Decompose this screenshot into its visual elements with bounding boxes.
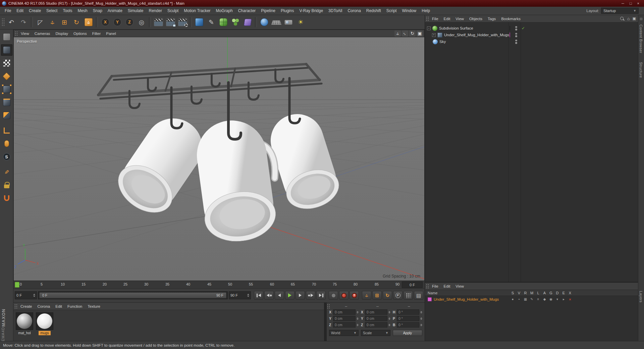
workplane-mode-button[interactable]: [1, 70, 12, 82]
add-primitive-button[interactable]: [194, 16, 205, 28]
points-mode-button[interactable]: [1, 84, 12, 95]
rotate-tool-button[interactable]: ↻: [71, 16, 82, 28]
enabled-check-icon[interactable]: ✓: [522, 26, 525, 31]
tab-structure[interactable]: Structure: [639, 62, 643, 78]
coord-system-select[interactable]: World▼: [329, 330, 359, 336]
rotate-view-button[interactable]: ↻: [409, 31, 416, 37]
minimize-button[interactable]: ─: [622, 1, 624, 5]
mograph-cloner-button[interactable]: [230, 16, 241, 28]
lm-menu-edit[interactable]: Edit: [441, 284, 453, 288]
layer-row[interactable]: Under_Shelf_Mug_Holder_with_Mugs ● ▪ ▦ ✎…: [425, 296, 638, 303]
lm-menu-view[interactable]: View: [453, 284, 467, 288]
layer-color-swatch[interactable]: [428, 297, 432, 301]
rot-h-field[interactable]: 0 °: [397, 309, 419, 315]
lock-y-axis-button[interactable]: Y: [112, 16, 123, 28]
frame-range-slider[interactable]: 0 F 90 F: [38, 291, 228, 299]
render-view-button[interactable]: [153, 16, 164, 28]
menu-motion-tracker[interactable]: Motion Tracker: [181, 7, 213, 15]
pin-icon[interactable]: [639, 17, 643, 21]
om-drag-handle[interactable]: [426, 16, 429, 21]
menu-tools[interactable]: Tools: [60, 7, 75, 15]
rot-b-field[interactable]: 0 °: [397, 322, 419, 328]
pos-x-field[interactable]: 0 cm: [333, 309, 356, 315]
render-settings-button[interactable]: [177, 16, 188, 28]
mat-menu-function[interactable]: Function: [65, 304, 85, 308]
menu-sculpt[interactable]: Sculpt: [165, 7, 181, 15]
object-label[interactable]: Under_Shelf_Mug_Holder_with_Mugs: [444, 33, 509, 37]
material-drag-handle[interactable]: [14, 304, 18, 309]
pos-z-field[interactable]: 0 cm: [333, 322, 356, 328]
menu-create[interactable]: Create: [26, 7, 44, 15]
menu-mograph[interactable]: MoGraph: [213, 7, 235, 15]
goto-end-button[interactable]: [316, 291, 326, 300]
spline-pen-button[interactable]: ✎: [206, 16, 217, 28]
edges-mode-button[interactable]: [1, 97, 12, 108]
environment-button[interactable]: [259, 16, 270, 28]
texture-mode-button[interactable]: [1, 57, 12, 69]
mat-menu-edit[interactable]: Edit: [53, 304, 65, 308]
menu-script[interactable]: Script: [384, 7, 399, 15]
om-menu-edit[interactable]: Edit: [441, 17, 453, 21]
record-keyframe-button[interactable]: [329, 291, 338, 300]
home-icon[interactable]: ⌂: [627, 16, 630, 21]
viewport-solo-button[interactable]: [1, 138, 12, 149]
viewport-camera-label[interactable]: Perspective: [17, 39, 37, 43]
material-item[interactable]: mat_hol: [15, 312, 34, 335]
stepper-arrows[interactable]: [33, 294, 35, 297]
tab-layers[interactable]: Layers: [639, 291, 643, 303]
layer-color-swatch[interactable]: [509, 33, 510, 37]
keyframe-selection-button[interactable]: ?: [350, 291, 359, 300]
coordinate-system-button[interactable]: ◎: [136, 16, 147, 28]
frame-display-field[interactable]: 0 F: [402, 282, 423, 288]
zoom-view-button[interactable]: ↔: [402, 31, 408, 37]
menu-character[interactable]: Character: [235, 7, 259, 15]
next-frame-button[interactable]: [296, 291, 305, 300]
material-thumbnail[interactable]: [16, 312, 33, 330]
deformer-button[interactable]: [242, 16, 253, 28]
autokey-button[interactable]: [339, 291, 348, 300]
previous-frame-button[interactable]: [275, 291, 284, 300]
menu-edit[interactable]: Edit: [14, 7, 26, 15]
material-name[interactable]: mat_hol: [16, 331, 32, 335]
vp-menu-filter[interactable]: Filter: [90, 32, 104, 36]
make-editable-button[interactable]: [1, 31, 12, 43]
menu-window[interactable]: Window: [399, 7, 419, 15]
menu-pipeline[interactable]: Pipeline: [258, 7, 278, 15]
key-scale-toggle[interactable]: ⊞: [372, 291, 382, 300]
redo-button[interactable]: ↷: [18, 16, 29, 28]
layer-name[interactable]: Under_Shelf_Mug_Holder_with_Mugs: [434, 297, 499, 301]
rotation-header[interactable]: --: [393, 304, 425, 308]
close-button[interactable]: ×: [637, 1, 639, 5]
om-menu-tags[interactable]: Tags: [485, 17, 498, 21]
material-name[interactable]: mugs: [39, 331, 51, 335]
undo-button[interactable]: ↶: [6, 16, 17, 28]
range-bar[interactable]: 0 F 90 F: [39, 292, 226, 298]
key-rotation-toggle[interactable]: ↻: [383, 291, 392, 300]
vp-menu-cameras[interactable]: Cameras: [32, 32, 53, 36]
tree-row-subdivision-surface[interactable]: − Subdivision Surface ✓: [425, 25, 638, 32]
size-header[interactable]: --: [362, 304, 393, 308]
timeline-playhead[interactable]: [15, 282, 19, 288]
active-tool-button[interactable]: ↔↕: [83, 16, 94, 28]
viewport-3d-scene[interactable]: Y X Z Grid Spacing : 10 cm: [14, 37, 424, 281]
size-z-field[interactable]: 0 cm: [365, 322, 387, 328]
mat-menu-corona[interactable]: Corona: [35, 304, 53, 308]
goto-start-button[interactable]: [254, 291, 263, 300]
mat-menu-texture[interactable]: Texture: [85, 304, 103, 308]
snap-magnet-button[interactable]: [1, 192, 12, 204]
size-y-field[interactable]: 0 cm: [365, 316, 387, 321]
layer-toggle-icons[interactable]: ● ▪ ▦ ✎ ≡ ◆ ◉ ▾ ▸ ×: [509, 298, 573, 301]
lock-workplane-button[interactable]: [1, 179, 12, 191]
maximize-button[interactable]: □: [630, 1, 632, 5]
menu-render[interactable]: Render: [146, 7, 165, 15]
vp-menu-view[interactable]: View: [18, 32, 32, 36]
om-menu-view[interactable]: View: [453, 17, 467, 21]
material-thumbnail[interactable]: [36, 312, 53, 330]
lm-menu-file[interactable]: File: [429, 284, 441, 288]
toggle-views-button[interactable]: ▣: [417, 31, 423, 37]
collapse-icon[interactable]: −: [427, 27, 431, 30]
toolbar-drag-handle[interactable]: [1, 18, 5, 27]
visibility-dots[interactable]: [515, 33, 517, 37]
render-picture-viewer-button[interactable]: [165, 16, 176, 28]
light-button[interactable]: ☀: [295, 16, 306, 28]
